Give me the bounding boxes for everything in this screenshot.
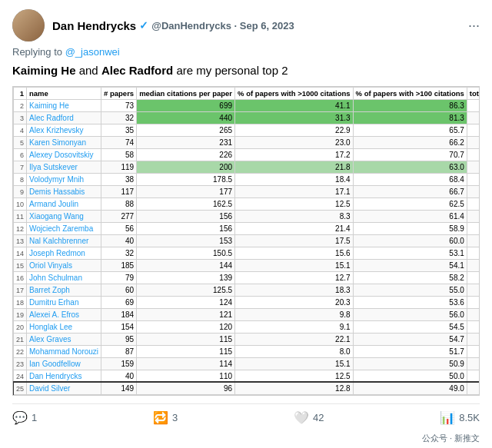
cell-name[interactable]: Joseph Redmon [27,247,101,260]
cell-value: 226 [137,149,235,161]
col-papers: # papers [101,88,137,100]
cell-name[interactable]: Ian Goodfellow [27,358,101,370]
cell-value: 17.5 [235,235,354,247]
cell-value: 73 [101,100,137,112]
cell-value: 40 [101,370,137,383]
cell-value: 23 [14,358,27,370]
cell-name[interactable]: Kaiming He [27,100,101,112]
cell-name[interactable]: Honglak Lee [27,321,101,334]
cell-value: 54.5 [353,321,467,334]
cell-value: 473,900 [467,100,480,112]
name-row: Dan Hendrycks ✓ @DanHendrycks · Sep 6, 2… [52,19,468,32]
cell-value: 32 [101,112,137,124]
cell-value: 66.2 [353,137,467,149]
cell-value: 150.5 [137,247,235,260]
table-row: 20Honglak Lee1541209.154.557,0093708414 [14,321,480,334]
cell-name[interactable]: John Schulman [27,272,101,284]
cell-value: 17.1 [235,186,354,198]
cell-value: 22.1 [235,334,354,346]
cell-name[interactable]: Alexei A. Efros [27,309,101,321]
reply-handle[interactable]: @_jasonwei [65,46,120,58]
cell-name[interactable]: Wojciech Zaremba [27,223,101,235]
cell-value: 16 [14,272,27,284]
cell-value: 49.0 [353,383,467,395]
cell-value: 58,657 [467,149,480,161]
cell-value: 124 [137,297,235,309]
table-row: 10Armand Joulin88162.512.562.544,0755015… [14,198,480,211]
cell-name[interactable]: Xiaogang Wang [27,211,101,223]
table-row: 12Wojciech Zaremba5615621.458.958,818105… [14,223,480,235]
retweet-action[interactable]: 🔁 3 [153,410,178,425]
cell-value: 54.1 [353,260,467,272]
cell-value: 132,943 [467,297,480,309]
cell-name[interactable]: Armand Joulin [27,198,101,211]
cell-name[interactable]: Alec Radford [27,112,101,124]
cell-name[interactable]: Demis Hassabis [27,186,101,198]
cell-value: 8 [14,174,27,186]
cell-value: 162.5 [137,198,235,211]
retweet-count: 3 [172,412,178,423]
reply-to: Replying to @_jasonwei [12,46,480,58]
cell-value: 58 [101,149,137,161]
cell-value: 57,009 [467,321,480,334]
header-text: Dan Hendrycks ✓ @DanHendrycks · Sep 6, 2… [52,19,468,32]
cell-value: 5 [14,137,27,149]
cell-value: 699 [137,100,235,112]
table-row: 19Alexei A. Efros1841219.856.0114,482622… [14,309,480,321]
col-total: total citations [467,88,480,100]
cell-value: 60 [101,284,137,297]
cell-value: 74 [101,137,137,149]
cell-name[interactable]: Alexey Dosovitskiy [27,149,101,161]
table-row: 25David Silver1499612.849.0157,558105773… [14,383,480,395]
cell-value: 121,179 [467,186,480,198]
more-options-icon[interactable]: ··· [468,18,480,34]
cell-value: 63.0 [353,161,467,174]
cell-value: 18 [14,297,27,309]
cell-value: 11 [14,211,27,223]
tweet-text: Kaiming He and Alec Radford are my perso… [12,62,480,78]
cell-name[interactable]: Nal Kalchbrenner [27,235,101,247]
cell-name[interactable]: Volodymyr Mnih [27,174,101,186]
cell-value: 110 [137,370,235,383]
cell-name[interactable]: Barret Zoph [27,284,101,297]
col-pct1000: % of papers with >1000 citations [235,88,354,100]
cell-value: 17 [14,284,27,297]
cell-value: 231 [137,137,235,149]
cell-value: 222,288 [467,260,480,272]
cell-value: 20 [14,321,27,334]
cell-name[interactable]: Alex Krizhevsky [27,124,101,137]
like-icon: 🤍 [294,410,309,425]
table-row: 6Alexey Dosovitskiy5822617.270.758,65710… [14,149,480,161]
cell-value: 121,742 [467,334,480,346]
cell-name[interactable]: Karen Simonyan [27,137,101,149]
col-num: 1 [14,88,27,100]
cell-value: 31.3 [235,112,354,124]
col-pct100: % of papers with >100 citations [353,88,467,100]
cell-value: 9.8 [235,309,354,321]
highlight-name-1: Kaiming He [12,64,76,77]
like-action[interactable]: 🤍 42 [294,410,324,425]
cell-value: 149 [101,383,137,395]
cell-value: 12.7 [235,272,354,284]
cell-value: 7 [14,161,27,174]
rankings-table: 1 name # papers median citations per pap… [13,87,480,395]
cell-name[interactable]: Dumitru Erhan [27,297,101,309]
comment-action[interactable]: 💬 1 [12,410,37,425]
cell-name[interactable]: Dan Hendrycks [27,370,101,383]
cell-value: 44,075 [467,198,480,211]
cell-value: 65.7 [353,124,467,137]
cell-name[interactable]: Oriol Vinyals [27,260,101,272]
cell-name[interactable]: David Silver [27,383,101,395]
cell-value: 56.0 [353,309,467,321]
cell-name[interactable]: Mohammad Norouzi [27,346,101,358]
cell-value: 79 [101,272,137,284]
cell-value: 62.5 [353,198,467,211]
cell-value: 15.6 [235,247,354,260]
cell-value: 22 [14,346,27,358]
cell-value: 40,746 [467,284,480,297]
cell-value: 90,314 [467,247,480,260]
cell-name[interactable]: Ilya Sutskever [27,161,101,174]
views-action[interactable]: 📊 8.5K [440,410,480,425]
cell-value: 8.0 [235,346,354,358]
cell-name[interactable]: Alex Graves [27,334,101,346]
